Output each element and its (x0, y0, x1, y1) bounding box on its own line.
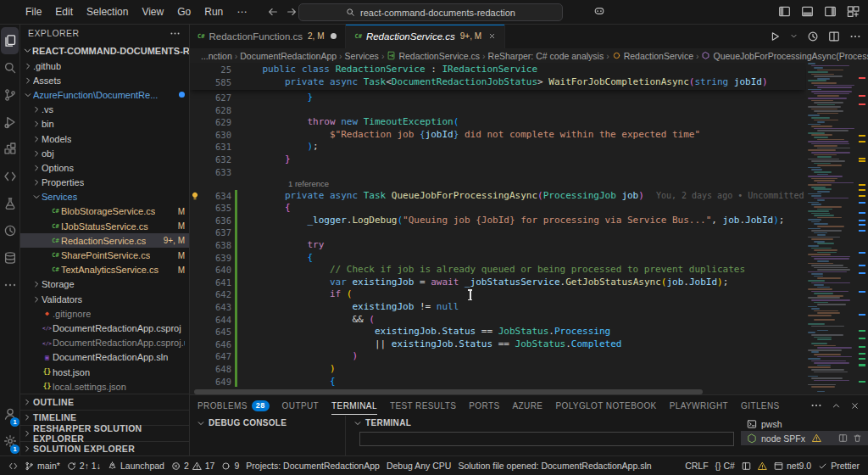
editor-tab-RedactionService.cs[interactable]: C#RedactionService.cs9+, M (346, 24, 505, 48)
breadcrumb-item[interactable]: RedactionService.cs (387, 51, 480, 61)
toggle-primary-sidebar-icon[interactable] (778, 5, 791, 18)
code-line-639[interactable]: 639 { (189, 252, 805, 265)
activity-item-additional-views[interactable] (1, 271, 19, 299)
code-line-627[interactable]: 627 } (189, 92, 805, 104)
tree-file-local.settings.json[interactable]: {}local.settings.json (19, 379, 189, 394)
code-line-644[interactable]: 644 && ( (189, 314, 805, 327)
code-line-642[interactable]: 642 if ( (189, 288, 805, 301)
code-line-634[interactable]: 634 private async Task QueueJobForProces… (189, 190, 805, 203)
code-line-645[interactable]: 645 existingJob.Status == JobStatus.Proc… (189, 326, 805, 338)
breadcrumb-item[interactable]: RedactionService (612, 51, 693, 61)
status-item-branch[interactable]: main* (21, 456, 64, 475)
status-item-sync-changes[interactable]: 2↑ 1↓ (64, 456, 104, 475)
copilot-icon[interactable] (593, 5, 605, 17)
tree-folder-Models[interactable]: Models (19, 131, 189, 146)
code-line-633[interactable]: 633 (189, 166, 805, 179)
gutter-glyph-margin[interactable] (189, 350, 203, 363)
breadcrumb-item[interactable]: DocumentRedactionApp (240, 51, 337, 61)
gutter-glyph-margin[interactable] (189, 226, 203, 239)
menu-selection[interactable]: Selection (80, 0, 135, 24)
back-arrow-icon[interactable] (267, 6, 279, 18)
tree-file-SharePointService.cs[interactable]: C#SharePointService.csM (19, 248, 189, 262)
sidebar-section-outline[interactable]: OUTLINE (19, 394, 189, 410)
code-line-630[interactable]: 630 $"Redaction job {jobId} did not comp… (189, 129, 805, 142)
terminal-item-pwsh[interactable]: pwsh (741, 416, 868, 431)
menu-file[interactable]: File (19, 0, 48, 24)
tree-file-TextAnalyticsService.cs[interactable]: C#TextAnalyticsService.csM (19, 263, 189, 277)
menu-[interactable]: ⋯ (230, 0, 253, 24)
menu-run[interactable]: Run (198, 0, 230, 24)
code-line-631[interactable]: 631 ); (189, 141, 805, 154)
panel-tab-problems[interactable]: PROBLEMS28 (198, 395, 270, 416)
code-line-649[interactable]: 649 { (189, 376, 805, 387)
gutter-glyph-margin[interactable] (189, 288, 203, 301)
code-line-632[interactable]: 632 } (189, 154, 805, 166)
explorer-root-folder[interactable]: REACT-COMMAND-DOCUMENTS-REDAC... (19, 42, 189, 59)
code-line-648[interactable]: 648 ) (189, 363, 805, 376)
tree-folder-Services[interactable]: Services (19, 190, 189, 204)
panel-tab-ports[interactable]: PORTS (469, 395, 499, 416)
terminal-input[interactable] (359, 432, 734, 446)
activity-item-settings[interactable]: 1 (1, 428, 19, 455)
panel-tab-azure[interactable]: AZURE (513, 395, 543, 416)
code-line-629[interactable]: 629 throw new TimeoutException( (189, 116, 805, 129)
editor-tab-RedactionFunction.cs[interactable]: C#RedactionFunction.cs2, M (189, 24, 346, 48)
minimap[interactable] (806, 63, 855, 395)
menu-go[interactable]: Go (170, 0, 198, 24)
panel-tab-gitlens[interactable]: GITLENS (741, 395, 780, 416)
status-item-solution-status[interactable]: Solution file opened: DocumentRedactionA… (454, 456, 654, 475)
tree-file-host.json[interactable]: {}host.json (19, 365, 189, 379)
explorer-more-icon[interactable] (170, 28, 181, 39)
panel-tab-terminal[interactable]: TERMINAL (331, 395, 377, 416)
menu-edit[interactable]: Edit (48, 0, 80, 24)
status-item-target-framework[interactable]: net9.0 (771, 456, 815, 475)
code-line-635[interactable]: 635 { (189, 202, 805, 215)
activity-item-extensions[interactable] (1, 136, 19, 163)
toggle-secondary-sidebar-icon[interactable] (824, 5, 837, 18)
tree-folder-obj[interactable]: obj (19, 146, 189, 160)
tree-file-RedactionService.cs[interactable]: C#RedactionService.cs9+, M (19, 233, 189, 248)
gutter-glyph-margin[interactable] (189, 64, 203, 76)
gutter-glyph-margin[interactable] (189, 363, 203, 376)
breadcrumb-item[interactable]: ReSharper: C# code analysis (488, 51, 604, 61)
command-center-search[interactable]: react-command-documents-redaction (298, 3, 563, 21)
gutter-glyph-margin[interactable] (189, 338, 203, 351)
gutter-glyph-margin[interactable] (189, 166, 203, 179)
code-lines[interactable]: 627 }628629 throw new TimeoutException(6… (189, 92, 805, 387)
gutter-glyph-margin[interactable] (189, 116, 203, 129)
gutter-glyph-margin[interactable] (189, 326, 203, 338)
tree-folder-bin[interactable]: bin (19, 117, 189, 131)
tree-file-IJobStatusService.cs[interactable]: C#IJobStatusService.csM (19, 219, 189, 233)
breadcrumb-item[interactable]: ...nction (201, 51, 232, 61)
tree-folder-Options[interactable]: Options (19, 160, 189, 175)
tree-folder-Properties[interactable]: Properties (19, 176, 189, 190)
tree-folder-Validators[interactable]: Validators (19, 292, 189, 306)
activity-item-run-and-debug[interactable] (1, 109, 19, 136)
code-line-628[interactable]: 628 (189, 104, 805, 117)
close-icon[interactable] (488, 32, 496, 40)
tree-file-BlobStorageService.cs[interactable]: C#BlobStorageService.csM (19, 204, 189, 219)
tree-folder-Assets[interactable]: Assets (19, 73, 189, 87)
status-item-debug-configuration[interactable]: Debug Any CPU (383, 456, 454, 475)
panel-tab-polyglot-notebook[interactable]: POLYGLOT NOTEBOOK (555, 395, 656, 416)
code-line-640[interactable]: 640 // Check if job is already queued or… (189, 264, 805, 277)
status-item-prettier[interactable]: Prettier (815, 456, 863, 475)
gutter-glyph-margin[interactable] (189, 277, 203, 289)
breadcrumb-item[interactable]: QueueJobForProcessingAsync(ProcessingJob… (701, 51, 868, 61)
gutter-glyph-margin[interactable] (189, 301, 203, 314)
status-item-editor-layout[interactable] (738, 456, 754, 475)
activity-item-accounts[interactable]: 1 (1, 400, 19, 428)
status-item-spfx-warning[interactable] (754, 456, 771, 475)
menu-view[interactable]: View (135, 0, 170, 24)
panel-maximize-icon[interactable] (832, 400, 841, 411)
run-or-debug-icon[interactable] (769, 31, 781, 42)
code-line-25[interactable]: 25 public class RedactionService : IReda… (189, 64, 805, 76)
status-item-remote[interactable] (5, 456, 21, 475)
tree-folder-Storage[interactable]: Storage (19, 277, 189, 292)
breadcrumb-item[interactable]: Services (345, 51, 379, 61)
gutter-glyph-margin[interactable] (189, 264, 203, 277)
code-editor[interactable]: 25 public class RedactionService : IReda… (189, 63, 868, 395)
lightbulb-icon[interactable] (190, 191, 200, 201)
tree-folder-.github[interactable]: .github (19, 59, 189, 73)
panel-close-icon[interactable] (850, 400, 860, 411)
